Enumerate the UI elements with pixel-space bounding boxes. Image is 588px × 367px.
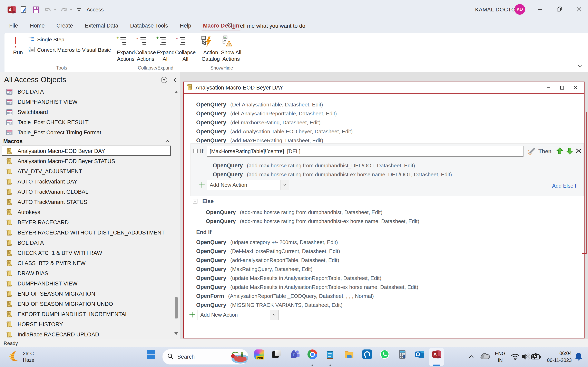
undo-dropdown-caret[interactable] xyxy=(54,9,56,10)
view-icon[interactable] xyxy=(20,6,28,14)
macro-close-button[interactable] xyxy=(569,83,582,92)
nav-menu-dropdown-icon[interactable] xyxy=(160,76,168,83)
nav-item-macro[interactable]: CHECK ATC_1 & BTV WITH RAW xyxy=(0,248,174,258)
nav-item-macro[interactable]: END OF SEASON MIGRATION UNDO xyxy=(0,299,174,309)
nav-item-macro[interactable]: BOL DATA xyxy=(0,238,174,248)
teams-icon[interactable]: T xyxy=(291,350,300,359)
nav-item-macro[interactable]: AUTO TrackVariant GLOBAL xyxy=(0,187,174,197)
weather-widget[interactable]: 26°C Haze xyxy=(8,350,61,364)
close-button[interactable] xyxy=(573,3,585,16)
macro-action-row[interactable]: OpenQuery(add-max hosrse rating from dum… xyxy=(213,170,452,179)
nav-group-macros[interactable]: Macros xyxy=(0,137,174,146)
save-icon[interactable] xyxy=(32,6,40,14)
nav-item-macro[interactable]: BEYER RACECARD xyxy=(0,217,174,227)
macro-action-row[interactable]: OpenQuery(MaxRatingQuery, Datasheet, Edi… xyxy=(196,265,312,274)
macro-action-row[interactable]: OpenQuery(MISSING TRACK VARIANTS, Datash… xyxy=(196,300,343,309)
nav-item-macro[interactable]: CLASS_BT2 & PMTR NEW xyxy=(0,258,174,268)
nav-item-macro[interactable]: END OF SEASON MIGRATION xyxy=(0,289,174,299)
collapse-all-button[interactable]: Collapse xyxy=(172,49,199,55)
nav-item-macro[interactable]: Autokeys xyxy=(0,207,174,217)
else-row[interactable]: Else xyxy=(193,197,214,206)
collapse-else-icon[interactable] xyxy=(193,199,198,203)
combo-dropdown-icon[interactable] xyxy=(281,180,289,190)
macro-action-row[interactable]: OpenQuery(add-max hosrse rating from dum… xyxy=(206,208,382,217)
macro-action-row[interactable]: OpenQuery(del-AnalysationReporttable, Da… xyxy=(196,109,337,118)
macro-action-row[interactable]: OpenQuery(del-maxhorseRating, Datasheet,… xyxy=(196,118,320,127)
move-up-icon[interactable] xyxy=(556,147,564,156)
minimize-button[interactable] xyxy=(534,3,546,16)
clock[interactable]: 06:04 06-11-2023 xyxy=(543,350,572,364)
add-action-plus-icon[interactable] xyxy=(189,312,195,318)
whatsapp-icon[interactable] xyxy=(380,350,389,359)
tray-expand-icon[interactable] xyxy=(467,353,475,361)
tab-external-data[interactable]: External Data xyxy=(79,19,124,33)
macro-window-titlebar[interactable]: Analysation Macro-EOD Beyer DAY xyxy=(184,82,584,94)
nav-item-macro[interactable]: IndiaRace RACECARD UPLOAD xyxy=(0,329,174,340)
alexa-icon[interactable] xyxy=(362,350,372,359)
action-catalog-icon[interactable] xyxy=(201,35,212,48)
chrome-icon[interactable] xyxy=(307,350,317,359)
nav-item-macro[interactable]: AUTO TrackVariant STATUS xyxy=(0,197,174,207)
nav-item-macro-selected[interactable]: Analysation Macro-EOD Beyer DAY xyxy=(0,146,174,156)
search-icon[interactable] xyxy=(226,22,234,30)
calculator-icon[interactable] xyxy=(397,350,407,359)
collapse-all-icon[interactable]: - xyxy=(176,36,186,47)
macro-minimize-button[interactable] xyxy=(542,83,555,92)
expression-builder-icon[interactable] xyxy=(527,147,536,157)
language-indicator[interactable]: ENG IN xyxy=(494,350,507,364)
delete-if-icon[interactable] xyxy=(575,147,582,155)
show-all-actions-button[interactable]: Show All xyxy=(218,49,245,55)
overlapping-squares-app-icon[interactable] xyxy=(272,350,281,359)
nav-item-form[interactable]: Table_Post CHECK RESULT xyxy=(0,117,174,127)
macro-maximize-button[interactable] xyxy=(555,83,569,92)
copilot-icon[interactable]: PRE xyxy=(254,350,264,359)
search-highlight-image[interactable] xyxy=(229,349,248,364)
scroll-down-icon[interactable] xyxy=(174,332,178,335)
add-new-action-combo[interactable]: Add New Action xyxy=(207,180,289,190)
nav-item-macro[interactable]: ATV_DTV_ADJUSTMENT xyxy=(0,166,174,176)
customize-qat-icon[interactable] xyxy=(76,7,82,13)
add-new-action-combo[interactable]: Add New Action xyxy=(197,310,278,320)
tab-file[interactable]: File xyxy=(3,19,24,33)
macro-action-row[interactable]: OpenQuery(add-analysationReportTable, Da… xyxy=(196,256,339,265)
macro-action-row[interactable]: OpenQuery(add-Analysation Table EOD beye… xyxy=(196,127,353,136)
collapse-actions-icon[interactable]: - xyxy=(136,36,147,47)
outlook-icon[interactable] xyxy=(415,350,425,359)
redo-icon[interactable] xyxy=(60,6,68,13)
expand-all-icon[interactable]: + xyxy=(156,36,166,47)
convert-macros-button[interactable]: Convert Macros to Visual Basic xyxy=(28,46,111,54)
nav-item-macro[interactable]: DUMPHANDHIST VIEW xyxy=(0,278,174,289)
access-taskbar-icon[interactable]: A xyxy=(432,350,441,359)
combo-dropdown-icon[interactable] xyxy=(270,310,278,320)
nav-item-macro[interactable]: DRAW BIAS xyxy=(0,268,174,278)
macro-action-row[interactable]: OpenQuery(Del-MaxHorseRatingCurrent, Dat… xyxy=(196,247,340,256)
nav-scrollbar[interactable] xyxy=(174,87,178,339)
nav-item-macro[interactable]: EXPORT DUMPHANDHIST_INCREMENTAL xyxy=(0,309,174,319)
tab-database-tools[interactable]: Database Tools xyxy=(124,19,174,33)
tab-help[interactable]: Help xyxy=(174,19,197,33)
nav-item-form[interactable]: Switchboard xyxy=(0,107,174,117)
nav-item-macro[interactable]: Analysation Macro-EOD Beyer STATUS xyxy=(0,156,174,166)
battery-icon[interactable] xyxy=(531,353,541,361)
single-step-button[interactable]: Single Step xyxy=(28,36,64,43)
move-down-icon[interactable] xyxy=(566,147,574,156)
restore-button[interactable] xyxy=(553,3,566,16)
macro-action-row[interactable]: OpenQuery(Del-AnalysationTable, Datashee… xyxy=(196,100,323,109)
nav-item-form[interactable]: DUMPHANDHIST VIEW xyxy=(0,97,174,107)
undo-icon[interactable] xyxy=(44,6,52,13)
macro-action-row[interactable]: OpenQuery(add-max hosrse rating from dum… xyxy=(213,161,415,170)
macro-action-row[interactable]: OpenQuery(udpate category +/- 200mts, Da… xyxy=(196,238,338,247)
tell-me-box[interactable]: Tell me what you want to do xyxy=(237,23,305,29)
notifications-bell-icon[interactable] xyxy=(574,352,583,363)
macro-action-row[interactable]: OpenQuery(update MaxResults in Analysati… xyxy=(196,283,418,292)
macro-action-row[interactable]: OpenForm(AnalysationReportTable _EODQuer… xyxy=(196,292,374,300)
scrollbar-thumb[interactable] xyxy=(175,297,178,318)
tab-home[interactable]: Home xyxy=(24,19,51,33)
collapse-if-icon[interactable] xyxy=(193,149,198,153)
show-all-actions-icon[interactable]: + xyxy=(221,35,233,48)
onedrive-icon[interactable] xyxy=(479,352,490,362)
macro-action-row[interactable]: OpenQuery(update MaxResults in Analysati… xyxy=(196,274,381,283)
macro-action-row[interactable]: OpenQuery(add-max hosrse rating from dum… xyxy=(206,217,419,226)
if-condition-input[interactable]: [MaxHorseRatingTable]![centre]=[DEL] xyxy=(207,146,523,157)
search-input[interactable]: Search xyxy=(162,349,249,365)
